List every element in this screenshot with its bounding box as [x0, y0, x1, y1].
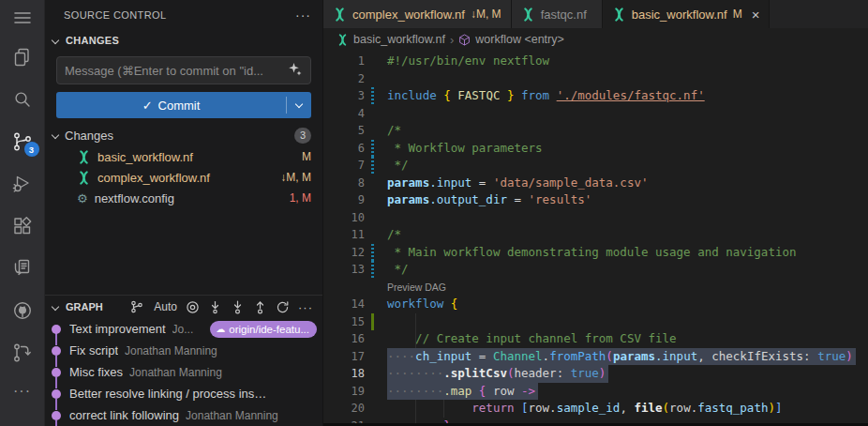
- gutter-decoration: [365, 191, 380, 209]
- tab-status-decoration: M: [733, 8, 742, 21]
- code-text: Preview DAG: [387, 279, 446, 297]
- gutter-decoration: [365, 157, 380, 175]
- breadcrumb-symbol[interactable]: workflow <entry>: [458, 33, 563, 46]
- line-number[interactable]: 5: [323, 122, 365, 140]
- changes-file-list: ⚙ basic_workflow.nf M ⚙ complex_workflow…: [45, 146, 322, 208]
- line-number[interactable]: 6: [323, 140, 365, 158]
- sidebar-title-row: SOURCE CONTROL ···: [45, 0, 322, 30]
- close-icon[interactable]: ×: [752, 8, 760, 22]
- code-line: 12 * Main workflow demonstrating module …: [323, 244, 868, 262]
- vscode-window: 3 ··· SOURCE CONTROL ··· CHANGES: [0, 0, 868, 426]
- nextflow-file-icon: [337, 34, 349, 46]
- code-line: 11 /*: [323, 226, 868, 244]
- gutter-decoration: [365, 400, 380, 418]
- commit-row[interactable]: Better resolve linking / process inspect…: [45, 383, 322, 404]
- extensions-icon[interactable]: [0, 205, 45, 247]
- commit-dot-icon: [52, 368, 61, 377]
- graph-rail: [45, 318, 69, 340]
- line-number[interactable]: 19: [323, 383, 365, 401]
- auto-label[interactable]: Auto: [154, 300, 177, 313]
- more-actions-icon[interactable]: ···: [0, 373, 45, 409]
- chevron-down-icon: [52, 303, 59, 311]
- changes-section-header[interactable]: CHANGES: [45, 30, 322, 51]
- line-number[interactable]: 3: [323, 87, 365, 105]
- commit-message-input[interactable]: [65, 64, 288, 78]
- gutter-decoration: [365, 348, 380, 366]
- run-and-debug-icon[interactable]: [0, 162, 45, 205]
- line-number[interactable]: 9: [323, 191, 365, 209]
- editor-tab[interactable]: complex_workflow.nf ↓M, M ×: [323, 0, 512, 28]
- commit-row[interactable]: Fix script Jonathan Manning ☁: [45, 340, 322, 361]
- github-icon[interactable]: [0, 289, 45, 331]
- target-icon[interactable]: [186, 300, 200, 314]
- line-number[interactable]: 8: [323, 175, 365, 192]
- scm-file-row[interactable]: ⚙ nextflow.config 1, M: [45, 188, 322, 208]
- activity-bar: 3 ···: [0, 0, 45, 426]
- gutter-decoration: [365, 244, 380, 262]
- editor-tab[interactable]: basic_workflow.nf M ×: [603, 0, 771, 28]
- gutter-decoration: [365, 122, 380, 140]
- graph-section-header[interactable]: GRAPH Auto ···: [45, 296, 322, 318]
- code-text: ····ch_input = Channel.fromPath(params.i…: [387, 348, 856, 366]
- breadcrumb: basic_workflow.nf › workflow <entry>: [323, 28, 868, 51]
- code-line: Preview DAG: [323, 279, 868, 297]
- explorer-icon[interactable]: [0, 36, 45, 78]
- commit-button[interactable]: ✓ Commit: [56, 92, 311, 118]
- file-status-decoration: ↓M, M: [280, 171, 311, 184]
- gutter-decoration: [365, 140, 380, 158]
- gutter-decoration: [365, 226, 380, 244]
- line-number[interactable]: 18: [323, 365, 365, 383]
- line-number[interactable]: 7: [323, 157, 365, 175]
- code-text: params.input = 'data/sample_data.csv': [387, 175, 648, 192]
- pull-icon[interactable]: [231, 300, 245, 314]
- scm-file-row[interactable]: ⚙ complex_workflow.nf ↓M, M: [45, 167, 322, 188]
- editor-tab[interactable]: fastqc.nf ×: [512, 0, 603, 28]
- code-text: // Create input channel from CSV file: [387, 330, 677, 348]
- commit-dot-icon: [52, 325, 61, 334]
- references-icon[interactable]: [0, 247, 45, 289]
- changes-tree-node[interactable]: Changes 3: [45, 124, 322, 146]
- commit-message-box: [56, 56, 311, 84]
- branch-icon[interactable]: [130, 300, 143, 313]
- line-number[interactable]: 17: [323, 348, 365, 366]
- line-number[interactable]: 15: [323, 313, 365, 331]
- source-control-icon[interactable]: 3: [0, 120, 45, 162]
- sidebar-more-icon[interactable]: ···: [295, 8, 311, 23]
- code-line: 8 params.input = 'data/sample_data.csv': [323, 175, 868, 192]
- commit-dropdown-button[interactable]: [287, 92, 311, 118]
- code-line: 7 */: [323, 157, 868, 175]
- commit-list: Text improvement Jo... ☁ origin/ide-feat…: [45, 318, 322, 426]
- line-number[interactable]: 12: [323, 244, 365, 262]
- fetch-icon[interactable]: [208, 300, 222, 314]
- graph-more-icon[interactable]: ···: [298, 300, 313, 314]
- graph-rail: [45, 361, 69, 383]
- graph-actions: Auto ···: [130, 300, 313, 314]
- commit-row[interactable]: correct link following Jonathan Manning …: [45, 404, 322, 426]
- line-number[interactable]: 4: [323, 105, 365, 123]
- push-icon[interactable]: [253, 300, 267, 314]
- code-text: ········.splitCsv(header: true): [387, 365, 608, 383]
- file-status-decoration: 1, M: [290, 191, 311, 205]
- scm-file-row[interactable]: ⚙ basic_workflow.nf M: [45, 146, 322, 167]
- line-number[interactable]: 16: [323, 330, 365, 348]
- line-number[interactable]: 14: [323, 296, 365, 313]
- git-compare-icon[interactable]: [0, 331, 45, 373]
- line-number[interactable]: 1: [323, 53, 365, 70]
- chevron-down-icon: [52, 131, 59, 139]
- breadcrumb-file[interactable]: basic_workflow.nf: [337, 33, 445, 46]
- code-line: 1 #!/usr/bin/env nextflow: [323, 53, 868, 70]
- chevron-down-icon: [52, 37, 59, 44]
- line-number[interactable]: 13: [323, 261, 365, 279]
- sparkle-icon[interactable]: [288, 62, 303, 80]
- search-icon[interactable]: [0, 78, 45, 120]
- menu-icon[interactable]: [0, 0, 45, 36]
- commit-row[interactable]: Misc fixes Jonathan Manning ☁: [45, 361, 322, 383]
- code-text: /*: [387, 226, 401, 244]
- line-number[interactable]: 2: [323, 70, 365, 88]
- line-number[interactable]: 11: [323, 226, 365, 244]
- commit-row[interactable]: Text improvement Jo... ☁ origin/ide-feat…: [45, 318, 322, 340]
- line-number[interactable]: 20: [323, 400, 365, 418]
- refresh-icon[interactable]: [276, 300, 290, 314]
- branch-badge[interactable]: ☁ origin/ide-featu...: [210, 321, 317, 338]
- line-number[interactable]: 10: [323, 209, 365, 227]
